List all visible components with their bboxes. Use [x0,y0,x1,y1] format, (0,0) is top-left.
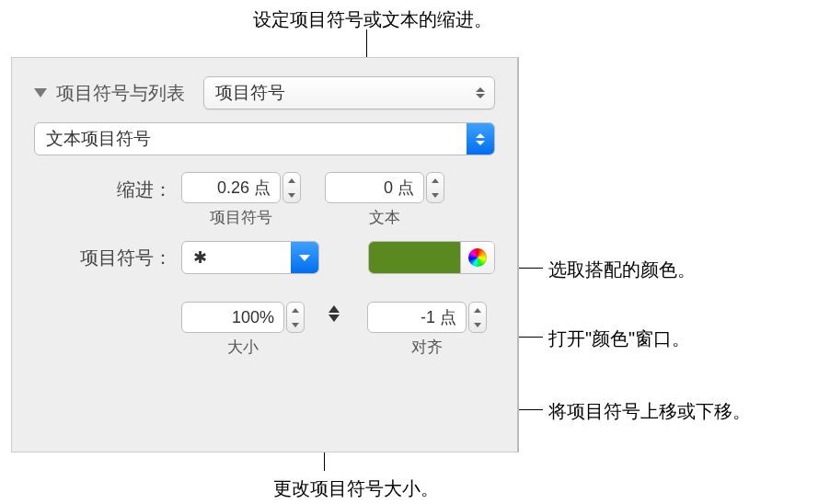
align-field[interactable]: -1 点 [367,302,467,333]
size-stepper[interactable] [286,302,305,333]
align-sublabel: 对齐 [367,337,487,358]
bullet-indent-field[interactable]: 0.26 点 [181,172,281,203]
bullet-indent-value: 0.26 点 [217,177,271,199]
list-type-select[interactable]: 项目符号 [203,76,495,109]
align-stepper[interactable] [468,302,487,333]
color-wheel-button[interactable] [461,242,494,273]
color-wheel-icon [468,248,487,267]
bullet-indent-stepper[interactable] [282,172,301,203]
formatting-panel: 项目符号与列表 项目符号 文本项目符号 缩进： 0.26 点 项目符号 0 点 [11,57,519,452]
size-field[interactable]: 100% [181,302,284,333]
bullet-style-popup[interactable]: 文本项目符号 [34,122,495,155]
size-sublabel: 大小 [181,337,305,358]
updown-arrows-icon [472,87,489,98]
annotation-size: 更改项目符号大小。 [273,476,439,501]
bullet-label: 项目符号： [34,246,172,270]
bullet-glyph-value: ✱ [193,247,207,268]
bullet-style-value: 文本项目符号 [46,127,151,151]
bullet-glyph-popup[interactable]: ✱ [181,241,319,274]
text-indent-field[interactable]: 0 点 [325,172,424,203]
bullet-indent-sublabel: 项目符号 [181,207,301,228]
annotation-align: 将项目符号上移或下移。 [548,399,751,424]
align-value: -1 点 [421,306,456,328]
dropdown-arrow-icon [291,242,318,273]
annotation-indent: 设定项目符号或文本的缩进。 [253,7,492,32]
annotation-color-window: 打开"颜色"窗口。 [548,326,690,351]
size-value: 100% [232,308,274,327]
disclosure-triangle-icon[interactable] [34,88,47,97]
annotation-color-pick: 选取搭配的颜色。 [548,258,696,282]
color-well [368,241,495,274]
color-swatch[interactable] [369,242,461,273]
section-title: 项目符号与列表 [56,81,185,106]
popup-arrows-icon [467,123,494,155]
text-indent-value: 0 点 [384,177,414,199]
text-indent-stepper[interactable] [426,172,444,203]
indent-label: 缩进： [34,172,172,202]
text-indent-sublabel: 文本 [325,207,444,228]
list-type-value: 项目符号 [215,81,285,105]
vertical-align-icon [323,305,345,322]
